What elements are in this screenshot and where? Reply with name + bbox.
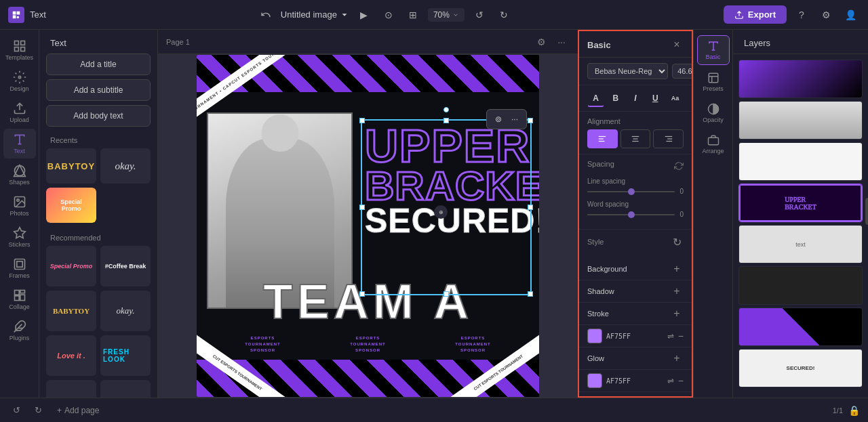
play-button[interactable]: ▶ <box>355 5 374 24</box>
templates-label: Templates <box>5 54 33 61</box>
tab-arrange[interactable]: Arrange <box>697 130 730 159</box>
layer-item-6[interactable] <box>738 266 863 305</box>
add-title-button[interactable]: Add a title <box>46 54 151 75</box>
layer-item-2[interactable] <box>738 101 863 140</box>
spacing-refresh-icon[interactable] <box>674 161 684 171</box>
layer-item-5[interactable]: text <box>738 225 863 263</box>
layer-item-8[interactable]: SECURED! <box>738 349 863 387</box>
layer-item-7[interactable] <box>738 308 863 346</box>
align-center-button[interactable] <box>620 129 651 148</box>
user-avatar[interactable]: 👤 <box>841 5 860 24</box>
canvas-wrapper[interactable]: TS TOURNAMENT • CAPCUT ESPORTS TOURNAMEN… <box>158 54 578 398</box>
case-button[interactable]: Aa <box>667 89 684 107</box>
add-page-button[interactable]: + Add page <box>52 403 104 418</box>
svg-rect-14 <box>14 296 19 301</box>
recent-item-special[interactable]: SpecialPromo <box>46 188 96 223</box>
canvas-more-button[interactable]: ··· <box>553 34 570 50</box>
rec-item-fresh[interactable]: FRESH LOOK <box>100 335 151 376</box>
rec-item-whatif[interactable]: WHAT IF... <box>100 380 151 398</box>
sidebar-item-templates[interactable]: Templates <box>3 35 36 65</box>
sponsor-3: ESPORTSTOURNAMENTSPONSOR <box>455 335 491 354</box>
rec-item-coffee[interactable]: #Coffee Break <box>100 246 151 287</box>
document-title-area[interactable]: Untitled image <box>281 9 349 20</box>
rec-item-loveit[interactable]: Love it . <box>46 335 96 376</box>
sidebar-item-upload[interactable]: Upload <box>3 98 36 127</box>
tab-basic[interactable]: Basic <box>697 35 730 65</box>
zoom-control[interactable]: 70% <box>428 8 465 22</box>
sidebar-item-photos[interactable]: Photos <box>3 191 36 221</box>
stroke-remove-btn[interactable]: − <box>678 331 684 341</box>
canvas-options-button[interactable]: ⚙ <box>533 34 549 50</box>
rec-item-okay2[interactable]: okay. <box>100 291 151 331</box>
floating-toolbar: ⊚ ··· <box>486 109 527 129</box>
stroke-color-swatch[interactable] <box>587 329 602 343</box>
resize-button[interactable]: ⊞ <box>403 5 422 24</box>
stroke-add-btn[interactable]: + <box>670 307 684 320</box>
animation-button[interactable]: ⊙ <box>379 5 398 24</box>
line-spacing-slider[interactable] <box>587 191 675 192</box>
canvas[interactable]: TS TOURNAMENT • CAPCUT ESPORTS TOURNAMEN… <box>197 55 539 397</box>
ft-more-button[interactable]: ··· <box>507 112 522 127</box>
team-text-container[interactable]: TEAM A <box>197 274 539 329</box>
stroke-settings-btn[interactable]: ⇌ <box>667 331 674 341</box>
sidebar-item-shapes[interactable]: Shapes <box>3 160 36 190</box>
font-size-input[interactable] <box>672 64 693 79</box>
undo-bottom-button[interactable]: ↺ <box>8 402 24 419</box>
redo-bottom-button[interactable]: ↻ <box>30 402 46 419</box>
add-subtitle-button[interactable]: Add a subtitle <box>46 79 151 101</box>
upload-label: Upload <box>9 117 29 123</box>
settings-button[interactable]: ⚙ <box>816 5 835 24</box>
glow-color-swatch[interactable] <box>587 373 602 388</box>
help-button[interactable]: ? <box>792 5 811 24</box>
layer-item-3[interactable] <box>738 142 863 181</box>
glow-remove-btn[interactable]: − <box>678 375 684 386</box>
style-section: Style ↻ <box>579 230 692 258</box>
align-left-button[interactable] <box>587 129 618 148</box>
layer-item-1[interactable] <box>738 60 863 98</box>
panel-close-button[interactable]: × <box>670 38 684 51</box>
background-add-btn[interactable]: + <box>670 262 684 276</box>
undo-button[interactable] <box>256 5 275 24</box>
center-handle[interactable]: ⊕ <box>434 205 448 219</box>
italic-button[interactable]: I <box>627 89 644 107</box>
layer-thumb-2 <box>739 102 862 139</box>
sidebar-item-text[interactable]: Text <box>3 129 36 159</box>
font-select[interactable]: Bebas Neue-Reg <box>587 63 668 79</box>
sidebar-item-design[interactable]: Design <box>3 66 36 96</box>
sidebar-item-plugins[interactable]: Plugins <box>3 316 36 345</box>
recent-item-okay[interactable]: okay. <box>100 148 151 184</box>
style-refresh-btn[interactable]: ↻ <box>670 235 684 249</box>
text-upper-bracket[interactable]: UPPER BRACKET SECURED! <box>365 123 533 238</box>
underline-button[interactable]: U <box>647 89 664 107</box>
background-label: Background <box>587 265 627 273</box>
undo-history-button[interactable]: ↺ <box>470 5 489 24</box>
okay-text: okay. <box>115 161 136 172</box>
alignment-section: Alignment <box>579 112 692 154</box>
glow-add-btn[interactable]: + <box>670 352 684 365</box>
ft-copy-button[interactable]: ⊚ <box>491 112 506 127</box>
tab-presets[interactable]: Presets <box>697 68 730 96</box>
sidebar-item-stickers[interactable]: Stickers <box>3 222 36 252</box>
sidebar-item-frames[interactable]: Frames <box>3 253 36 283</box>
tab-opacity[interactable]: Opacity <box>697 99 730 127</box>
topbar-center: Untitled image ▶ ⊙ ⊞ 70% ↺ ↻ <box>256 5 513 24</box>
bold-button[interactable]: B <box>607 89 624 107</box>
add-body-button[interactable]: Add body text <box>46 105 151 127</box>
shadow-add-btn[interactable]: + <box>670 284 684 298</box>
glow-settings-btn[interactable]: ⇌ <box>667 376 674 385</box>
redo-history-button[interactable]: ↻ <box>494 5 513 24</box>
align-right-button[interactable] <box>653 129 684 148</box>
rec-item-jewelry[interactable]: Exclusive Jewelry <box>46 380 96 398</box>
export-button[interactable]: Export <box>724 5 787 24</box>
text-color-button[interactable]: A <box>587 89 604 107</box>
rec-item-babytoy2[interactable]: BABYTOY <box>46 291 96 331</box>
sidebar-item-collage[interactable]: Collage <box>3 284 36 314</box>
recent-item-babytoy[interactable]: BABYTOY <box>46 148 96 184</box>
rec-item-special[interactable]: Special Promo <box>46 246 96 287</box>
word-spacing-slider[interactable] <box>587 214 675 215</box>
document-title: Untitled image <box>281 9 337 20</box>
stroke-header-row: Stroke + <box>579 303 692 325</box>
lock-button[interactable]: 🔒 <box>848 405 860 416</box>
layer-item-4[interactable]: UPPERBRACKET <box>738 184 863 222</box>
rec-coffee-text: #Coffee Break <box>105 263 146 270</box>
